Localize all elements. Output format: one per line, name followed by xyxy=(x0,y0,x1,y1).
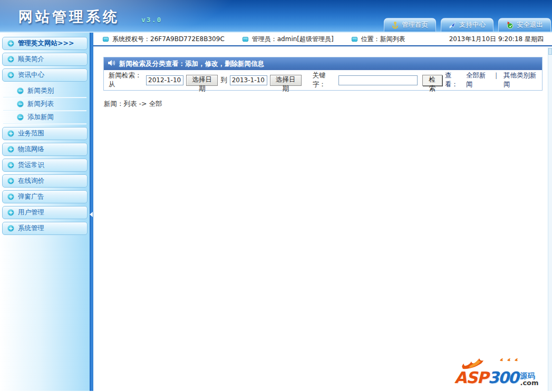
plus-icon: + xyxy=(7,162,14,169)
search-from-label: 新闻检索：从 xyxy=(109,71,143,89)
logo-text: ASP 300 源码 .com xyxy=(454,368,539,387)
tab-label: 管理首页 xyxy=(402,21,428,30)
sidebar-item-label: 顺美简介 xyxy=(18,55,44,64)
plus-icon: + xyxy=(7,193,14,200)
breadcrumb: 新闻：列表 -> 全部 xyxy=(104,100,552,109)
sidebar-item-label: 系统管理 xyxy=(18,224,44,233)
tab-admin-home[interactable]: 管理首页 xyxy=(384,18,436,32)
news-search-panel: 新闻检索及分类查看：添加，修改，删除新闻信息 新闻检索：从 选择日期 到 选择日… xyxy=(103,57,543,91)
view-all-news-link[interactable]: 全部新闻 xyxy=(466,71,489,89)
sidebar-item-label: 物流网络 xyxy=(18,145,44,154)
datetime-text: 2013年1月10日 9:20:18 星期四 xyxy=(449,35,544,44)
sidebar-item-system-management[interactable]: + 系统管理 xyxy=(2,222,88,235)
sidebar-subitem-news-list[interactable]: − 新闻列表 xyxy=(3,97,86,111)
sidebar-item-info-center[interactable]: + 资讯中心 xyxy=(2,68,88,82)
support-icon xyxy=(449,22,456,28)
search-form: 新闻检索：从 选择日期 到 选择日期 关键字： 检索 查看： 全部新闻 ｜ 其他… xyxy=(104,70,542,90)
sidebar-item-english-site[interactable]: + 管理英文网站>>> xyxy=(2,37,88,50)
panel-title-bar: 新闻检索及分类查看：添加，修改，删除新闻信息 xyxy=(104,57,542,70)
date-to-input[interactable] xyxy=(230,75,267,85)
sidebar-item-label: 在线询价 xyxy=(18,177,44,185)
sidebar-item-company-intro[interactable]: + 顺美简介 xyxy=(2,53,88,66)
sidebar-item-online-inquiry[interactable]: + 在线询价 xyxy=(2,174,88,188)
plus-icon: + xyxy=(7,209,14,216)
logo-300: 300 xyxy=(488,368,518,387)
sidebar-item-label: 用户管理 xyxy=(18,208,44,217)
view-other-category-link[interactable]: 其他类别新闻 xyxy=(503,71,537,89)
header-tabs: 管理首页 支持中心 安全退出 xyxy=(384,18,551,32)
scrollbar-thumb[interactable] xyxy=(548,48,552,55)
pick-date-to-button[interactable]: 选择日期 xyxy=(270,75,302,86)
sidebar-subitem-label: 新闻列表 xyxy=(27,100,54,109)
app-version: v3.0 xyxy=(141,16,162,24)
plus-icon: + xyxy=(7,146,14,153)
plus-icon: + xyxy=(7,40,14,47)
speaker-icon xyxy=(108,60,115,68)
view-divider: ｜ xyxy=(493,71,499,89)
keyword-label: 关键字： xyxy=(313,71,336,89)
minus-icon: − xyxy=(17,101,24,107)
panel-title: 新闻检索及分类查看：添加，修改，删除新闻信息 xyxy=(119,60,264,68)
tab-label: 安全退出 xyxy=(517,21,543,30)
minus-icon: − xyxy=(17,87,24,94)
sidebar-item-business-scope[interactable]: + 业务范围 xyxy=(2,127,88,140)
collapse-sidebar-arrow-icon[interactable] xyxy=(90,212,93,217)
sidebar-item-label: 管理英文网站>>> xyxy=(18,39,74,48)
main-area: 系统授权号：26F7A9BD772E8B309C 管理员：admin[超级管理员… xyxy=(93,33,552,391)
sidebar-divider xyxy=(90,33,93,391)
sidebar-item-label: 资讯中心 xyxy=(18,71,44,80)
minus-icon: − xyxy=(17,114,24,121)
scrollbar[interactable] xyxy=(548,47,552,391)
body: + 管理英文网站>>> + 顺美简介 + 资讯中心 − 新闻类别 − 新闻列表 xyxy=(0,33,552,391)
sidebar-item-popup-ads[interactable]: + 弹窗广告 xyxy=(2,190,88,203)
plus-icon: + xyxy=(7,72,14,79)
pick-date-from-button[interactable]: 选择日期 xyxy=(186,75,218,86)
tab-label: 支持中心 xyxy=(459,21,486,30)
sidebar-subitem-add-news[interactable]: − 添加新闻 xyxy=(3,111,86,124)
tab-support-center[interactable]: 支持中心 xyxy=(441,18,493,32)
bubble-icon xyxy=(103,37,109,42)
app-title: 网站管理系统 xyxy=(18,7,120,26)
plus-icon: + xyxy=(7,178,14,184)
info-center-submenu: − 新闻类别 − 新闻列表 − 添加新闻 xyxy=(3,84,86,124)
keyword-input[interactable] xyxy=(338,75,418,85)
sidebar-item-label: 货运常识 xyxy=(18,161,44,170)
asp300-logo: ASP 300 源码 .com xyxy=(454,358,547,388)
sidebar-item-logistics-network[interactable]: + 物流网络 xyxy=(2,143,88,156)
admin-item: 管理员：admin[超级管理员] xyxy=(243,35,334,44)
sidebar-subitem-label: 添加新闻 xyxy=(27,113,54,122)
sidebar-item-label: 业务范围 xyxy=(18,129,44,138)
logo-com: .com xyxy=(520,379,538,387)
sidebar-item-freight-knowledge[interactable]: + 货运常识 xyxy=(2,159,88,172)
sidebar-item-user-management[interactable]: + 用户管理 xyxy=(2,206,88,219)
system-auth-text: 系统授权号：26F7A9BD772E8B309C xyxy=(112,35,225,44)
search-button[interactable]: 检索 xyxy=(422,75,442,86)
plus-icon: + xyxy=(7,225,14,232)
bubble-icon xyxy=(352,37,357,42)
logo-asp: ASP xyxy=(454,368,488,387)
date-from-input[interactable] xyxy=(146,75,183,85)
location-item: 位置：新闻列表 xyxy=(352,35,405,44)
sidebar-item-label: 弹窗广告 xyxy=(18,192,44,201)
tab-safe-logout[interactable]: 安全退出 xyxy=(498,18,551,32)
logo-yuanma: 源码 xyxy=(520,372,535,380)
bubble-icon xyxy=(243,37,248,42)
page: 网站管理系统 v3.0 管理首页 支持中心 安全退出 xyxy=(0,0,552,392)
logout-icon xyxy=(506,22,514,29)
sidebar-subitem-label: 新闻类别 xyxy=(27,86,54,95)
system-auth-item: 系统授权号：26F7A9BD772E8B309C xyxy=(103,35,225,44)
view-links: 查看： 全部新闻 ｜ 其他类别新闻 xyxy=(445,71,537,89)
header: 网站管理系统 v3.0 管理首页 支持中心 安全退出 xyxy=(0,0,552,33)
sidebar: + 管理英文网站>>> + 顺美简介 + 资讯中心 − 新闻类别 − 新闻列表 xyxy=(0,33,90,391)
plus-icon: + xyxy=(7,56,14,63)
plus-icon: + xyxy=(7,130,14,137)
info-bar: 系统授权号：26F7A9BD772E8B309C 管理员：admin[超级管理员… xyxy=(93,33,552,46)
sidebar-subitem-news-category[interactable]: − 新闻类别 xyxy=(3,84,86,97)
anchor-icon xyxy=(392,22,399,29)
location-text: 位置：新闻列表 xyxy=(361,35,405,44)
admin-text: 管理员：admin[超级管理员] xyxy=(252,35,334,44)
to-label: 到 xyxy=(220,76,227,85)
view-label: 查看： xyxy=(445,71,462,89)
